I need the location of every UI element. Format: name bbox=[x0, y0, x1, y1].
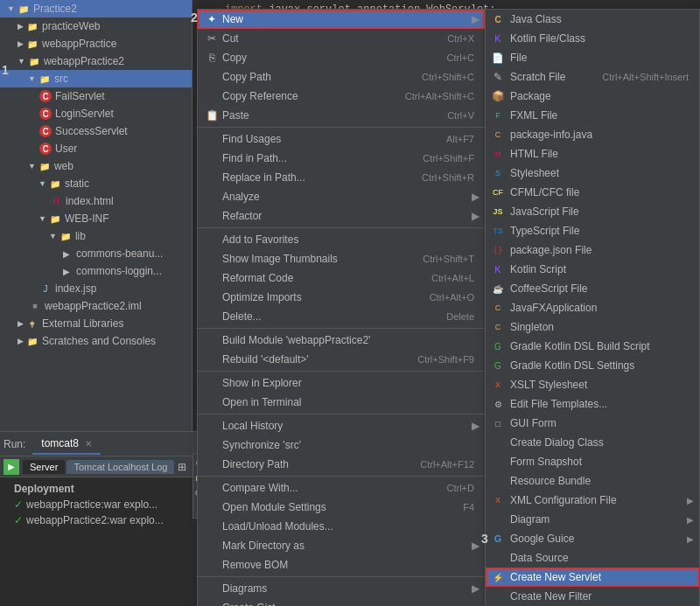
menu-item-local-history[interactable]: Local History ▶ bbox=[198, 414, 485, 435]
tree-item-iml[interactable]: ■ webappPractice2.iml bbox=[0, 297, 192, 315]
submenu-item-google-guice[interactable]: G Google Guice ▶ bbox=[486, 529, 699, 548]
tree-item-webinf[interactable]: ▼ 📁 WEB-INF bbox=[0, 210, 192, 227]
close-tab-icon[interactable]: ✕ bbox=[85, 439, 92, 449]
menu-item-copy-reference[interactable]: Copy Reference Ctrl+Alt+Shift+C bbox=[198, 87, 485, 106]
submenu-item-package-info[interactable]: C package-info.java bbox=[486, 125, 699, 144]
tree-item-index-jsp[interactable]: J index.jsp bbox=[0, 280, 192, 297]
menu-item-cut[interactable]: ✂ Cut Ctrl+X bbox=[198, 29, 485, 48]
menu-item-compare-with[interactable]: Compare With... Ctrl+D bbox=[198, 476, 485, 498]
menu-item-create-gist[interactable]: Create Gist... bbox=[198, 598, 485, 606]
submenu-item-form-snapshot[interactable]: Form Snapshot bbox=[486, 452, 699, 471]
submenu-item-java-class[interactable]: C Java Class bbox=[486, 10, 699, 29]
submenu-item-create-filter[interactable]: Create New Filter bbox=[486, 587, 699, 606]
tree-item-commons-beanutils[interactable]: ▶ commons-beanu... bbox=[0, 245, 192, 262]
submenu-item-scratch-file[interactable]: ✎ Scratch File Ctrl+Alt+Shift+Insert bbox=[486, 67, 699, 87]
submenu-item-label: Edit File Templates... bbox=[510, 398, 607, 410]
tree-item-commons-logging[interactable]: ▶ commons-loggin... bbox=[0, 262, 192, 280]
submenu-item-data-source[interactable]: Data Source bbox=[486, 548, 699, 568]
submenu-item-xml-config[interactable]: X XML Configuration File ▶ bbox=[486, 491, 699, 510]
run-button[interactable]: ▶ bbox=[4, 459, 19, 475]
menu-item-delete[interactable]: Delete... Delete bbox=[198, 307, 485, 326]
submenu-item-label: Resource Bundle bbox=[510, 475, 591, 487]
menu-item-find-usages[interactable]: Find Usages Alt+F7 bbox=[198, 127, 485, 149]
arrow-icon: ▶ bbox=[18, 337, 24, 345]
menu-item-show-thumbnails[interactable]: Show Image Thumbnails Ctrl+Shift+T bbox=[198, 249, 485, 268]
submenu-item-dialog-class[interactable]: Create Dialog Class bbox=[486, 433, 699, 452]
menu-item-label: Analyze bbox=[222, 191, 260, 203]
tree-item-successservlet[interactable]: C SuccessServlet bbox=[0, 122, 192, 140]
submenu-item-edit-templates[interactable]: ⚙ Edit File Templates... bbox=[486, 394, 699, 414]
submenu-item-gradle-settings[interactable]: G Gradle Kotlin DSL Settings bbox=[486, 356, 699, 375]
menu-item-reformat[interactable]: Reformat Code Ctrl+Alt+L bbox=[198, 268, 485, 288]
menu-item-label: New bbox=[222, 13, 243, 25]
menu-item-refactor[interactable]: Refactor ▶ bbox=[198, 206, 485, 226]
submenu-item-coffeescript[interactable]: ☕ CoffeeScript File bbox=[486, 279, 699, 298]
server-tab[interactable]: Server bbox=[23, 460, 65, 474]
menu-item-copy[interactable]: ⎘ Copy Ctrl+C bbox=[198, 48, 485, 67]
tree-item-failservlet[interactable]: C FailServlet bbox=[0, 87, 192, 105]
submenu-item-singleton[interactable]: C Singleton bbox=[486, 317, 699, 337]
submenu-item-fxml[interactable]: F FXML File bbox=[486, 106, 699, 125]
menu-item-build-module[interactable]: Build Module 'webappPractice2' bbox=[198, 328, 485, 350]
tree-label: index.html bbox=[66, 195, 114, 207]
menu-item-synchronize[interactable]: Synchronize 'src' bbox=[198, 435, 485, 455]
shortcut-label: Alt+F7 bbox=[429, 134, 474, 144]
menu-item-diagrams[interactable]: Diagrams ▶ bbox=[198, 576, 485, 598]
tree-item-scratches[interactable]: ▶ 📁 Scratches and Consoles bbox=[0, 332, 192, 350]
menu-item-new[interactable]: ✦ New ▶ bbox=[198, 10, 485, 29]
submenu-item-file[interactable]: 📄 File bbox=[486, 48, 699, 67]
tree-item-webapppractice2[interactable]: ▼ 📁 webappPractice2 bbox=[0, 52, 192, 70]
run-tab-tomcat8[interactable]: tomcat8 ✕ bbox=[32, 434, 101, 455]
submenu-item-gradle-build[interactable]: G Gradle Kotlin DSL Build Script bbox=[486, 337, 699, 356]
menu-item-mark-directory[interactable]: Mark Directory as ▶ bbox=[198, 536, 485, 555]
submenu-item-typescript[interactable]: TS TypeScript File bbox=[486, 221, 699, 240]
submenu-item-package-json[interactable]: { } package.json File bbox=[486, 240, 699, 260]
submenu-item-kotlin-script[interactable]: K Kotlin Script bbox=[486, 260, 699, 279]
menu-item-load-modules[interactable]: Load/Unload Modules... bbox=[198, 517, 485, 536]
tomcat-log-tab[interactable]: Tomcat Localhost Log bbox=[66, 460, 174, 474]
submenu-item-javafx[interactable]: C JavaFXApplication bbox=[486, 298, 699, 317]
submenu-arrow-icon: ▶ bbox=[472, 13, 480, 25]
tree-item-src[interactable]: ▼ 📁 src bbox=[0, 70, 192, 87]
tree-item-practiceweb[interactable]: ▶ 📁 practiceWeb bbox=[0, 17, 192, 35]
menu-item-show-explorer[interactable]: Show in Explorer bbox=[198, 371, 485, 393]
menu-item-module-settings[interactable]: Open Module Settings F4 bbox=[198, 498, 485, 517]
submenu-item-stylesheet[interactable]: S Stylesheet bbox=[486, 164, 699, 183]
tree-item-static[interactable]: ▼ 📁 static bbox=[0, 175, 192, 192]
tree-item-practice2[interactable]: ▼ 📁 Practice2 bbox=[0, 0, 192, 17]
submenu-item-package[interactable]: 📦 Package bbox=[486, 87, 699, 106]
menu-item-add-favorites[interactable]: Add to Favorites bbox=[198, 227, 485, 249]
menu-item-copy-path[interactable]: Copy Path Ctrl+Shift+C bbox=[198, 67, 485, 87]
java-class-icon: C bbox=[491, 12, 505, 26]
tree-label: static bbox=[65, 178, 89, 190]
submenu-item-javascript[interactable]: JS JavaScript File bbox=[486, 202, 699, 221]
menu-item-rebuild[interactable]: Rebuild '<default>' Ctrl+Shift+F9 bbox=[198, 350, 485, 369]
submenu-item-gui-form[interactable]: □ GUI Form bbox=[486, 414, 699, 433]
submenu-item-cfml[interactable]: CF CFML/CFC file bbox=[486, 183, 699, 202]
menu-item-remove-bom[interactable]: Remove BOM bbox=[198, 555, 485, 575]
tree-item-webapppractice[interactable]: ▶ 📁 webappPractice bbox=[0, 35, 192, 52]
tree-item-index-html[interactable]: H index.html bbox=[0, 192, 192, 210]
external-link-icon[interactable]: ⊞ bbox=[178, 461, 186, 473]
cut-icon: ✂ bbox=[205, 31, 219, 45]
menu-item-optimize-imports[interactable]: Optimize Imports Ctrl+Alt+O bbox=[198, 288, 485, 307]
tree-item-external-libraries[interactable]: ▶ ⧪ External Libraries bbox=[0, 315, 192, 332]
submenu-item-diagram[interactable]: Diagram ▶ bbox=[486, 510, 699, 529]
menu-item-replace-in-path[interactable]: Replace in Path... Ctrl+Shift+R bbox=[198, 168, 485, 187]
menu-item-directory-path[interactable]: Directory Path Ctrl+Alt+F12 bbox=[198, 455, 485, 474]
shortcut-label: F4 bbox=[445, 502, 474, 512]
submenu-item-html[interactable]: H HTML File bbox=[486, 144, 699, 164]
submenu-item-kotlin-file[interactable]: K Kotlin File/Class bbox=[486, 29, 699, 48]
submenu-item-xslt[interactable]: X XSLT Stylesheet bbox=[486, 375, 699, 394]
menu-item-analyze[interactable]: Analyze ▶ bbox=[198, 187, 485, 206]
tree-item-web[interactable]: ▼ 📁 web bbox=[0, 157, 192, 175]
submenu-item-resource-bundle[interactable]: Resource Bundle bbox=[486, 471, 699, 491]
menu-item-open-terminal[interactable]: Open in Terminal bbox=[198, 393, 485, 412]
tree-label: Scratches and Consoles bbox=[42, 335, 156, 347]
submenu-item-create-servlet[interactable]: ⚡ Create New Servlet bbox=[486, 568, 699, 587]
menu-item-paste[interactable]: 📋 Paste Ctrl+V bbox=[198, 106, 485, 125]
menu-item-find-in-path[interactable]: Find in Path... Ctrl+Shift+F bbox=[198, 149, 485, 168]
tree-item-lib[interactable]: ▼ 📁 lib bbox=[0, 227, 192, 245]
tree-item-user[interactable]: C User bbox=[0, 140, 192, 157]
tree-item-loginservlet[interactable]: C LoginServlet bbox=[0, 105, 192, 122]
